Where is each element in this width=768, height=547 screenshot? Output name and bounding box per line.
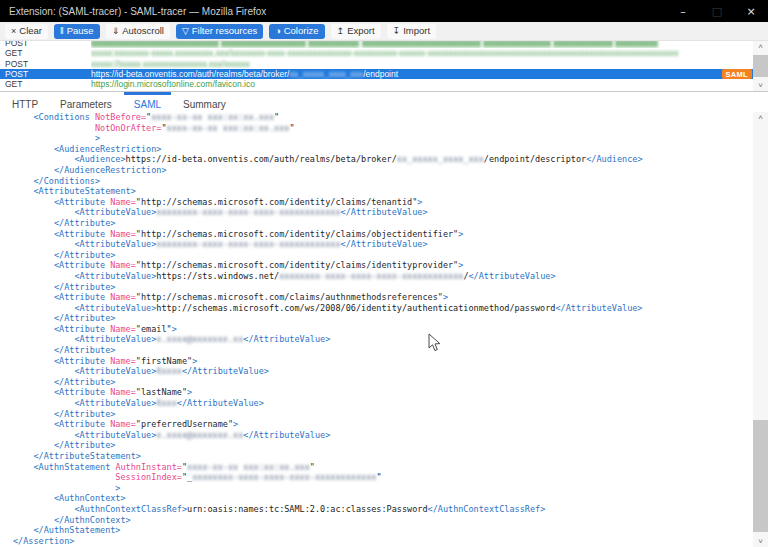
- xml-line: <Attribute Name="http://schemas.microsof…: [13, 197, 753, 208]
- tab-http[interactable]: HTTP: [2, 92, 48, 112]
- request-row[interactable]: POSTxxxxxxxxxxxxxxxxxxxxxxxxxxxxxx xxxxx…: [0, 41, 753, 48]
- autoscroll-button[interactable]: ⇓Autoscroll: [106, 24, 170, 39]
- request-url: xxxxx://xxxxx.xxxxxxxxxxxxxxx.xxx/xxxxxx: [91, 59, 753, 69]
- import-button[interactable]: ↧Import: [387, 24, 436, 39]
- xml-line: <AuthnContext>: [13, 493, 753, 504]
- xml-line: <AttributeValue>x.xxxx@xxxxxxx.xx</Attri…: [13, 430, 753, 441]
- xml-line: <AttributeValue>Xxxxx</AttributeValue>: [13, 366, 753, 377]
- clear-icon: ×: [11, 27, 16, 36]
- request-method: POST: [0, 69, 91, 79]
- xml-line: <Attribute Name="http://schemas.microsof…: [13, 260, 753, 271]
- export-button[interactable]: ↥Export: [331, 24, 381, 39]
- filter-resources-button[interactable]: ▽Filter resources: [176, 24, 263, 39]
- xml-line: </Attribute>: [13, 440, 753, 451]
- request-list-scrollbar[interactable]: ˄ ˅: [753, 41, 768, 91]
- pause-button[interactable]: ‖Pause: [54, 24, 100, 39]
- pause-icon: ‖: [60, 27, 64, 36]
- xml-line: <Attribute Name="firstName">: [13, 356, 753, 367]
- xml-line: NotOnOrAfter="xxxx-xx-xx xxx:xx:xx.xxx": [13, 123, 753, 134]
- request-url: https://id-beta.onventis.com/auth/realms…: [91, 69, 753, 79]
- xml-line: <AttributeValue>Xxxx</AttributeValue>: [13, 398, 753, 409]
- xml-line: </Attribute>: [13, 218, 753, 229]
- xml-line: </AudienceRestriction>: [13, 165, 753, 176]
- chevron-up-icon: ˄: [758, 113, 763, 122]
- tab-parameters[interactable]: Parameters: [50, 92, 122, 112]
- xml-line: <AuthnStatement AuthnInstant="xxxx-xx-xx…: [13, 462, 753, 473]
- xml-line: <AttributeValue>http://schemas.microsoft…: [13, 303, 753, 314]
- filter-funnel-icon: ▽: [182, 27, 189, 36]
- xml-line: <Attribute Name="preferredUsername">: [13, 419, 753, 430]
- xml-line: <AudienceRestriction>: [13, 144, 753, 155]
- xml-line: <Attribute Name="http://schemas.microsof…: [13, 229, 753, 240]
- xml-line: </Attribute>: [13, 377, 753, 388]
- clear-button[interactable]: ×Clear: [5, 24, 48, 39]
- xml-line: </Assertion>: [13, 536, 753, 547]
- chevron-up-icon: ˄: [758, 42, 763, 51]
- request-row[interactable]: POSTxxxxx://xxxxx.xxxxxxxxxxxxxxx.xxx/xx…: [0, 59, 753, 69]
- xml-line: SessionIndex="_xxxxxxxx-xxxx-xxxx-xxxx-x…: [13, 472, 753, 483]
- xml-line: <AttributeValue>x.xxxx@xxxxxxx.xx</Attri…: [13, 334, 753, 345]
- request-method: GET: [0, 48, 91, 58]
- chevron-down-icon: ˅: [758, 81, 763, 90]
- tab-summary[interactable]: Summary: [173, 92, 236, 112]
- xml-line: </Attribute>: [13, 250, 753, 261]
- chevron-down-icon: ˅: [758, 537, 763, 546]
- maximize-button[interactable]: □: [700, 0, 734, 22]
- export-button-label: Export: [347, 26, 374, 36]
- minimize-button[interactable]: –: [666, 0, 700, 22]
- request-url: https://login.microsoftonline.com/favico…: [91, 79, 753, 89]
- scrollbar-thumb[interactable]: [753, 55, 768, 77]
- xml-line: </AuthnStatement>: [13, 525, 753, 536]
- saml-badge: SAML: [722, 69, 752, 79]
- xml-line: <Conditions NotBefore="xxxx-xx-xx xxx:xx…: [13, 112, 753, 123]
- detail-tabs: HTTPParametersSAMLSummary: [0, 92, 768, 112]
- xml-line: >: [13, 133, 753, 144]
- xml-line: <Attribute Name="lastName">: [13, 387, 753, 398]
- scroll-down-button[interactable]: ˅: [753, 80, 768, 91]
- window-title: Extension: (SAML-tracer) - SAML-tracer —…: [0, 6, 666, 17]
- clear-button-label: Clear: [19, 26, 42, 36]
- xml-line: <AuthnContextClassRef>urn:oasis:names:tc…: [13, 504, 753, 515]
- request-row[interactable]: POSThttps://id-beta.onventis.com/auth/re…: [0, 69, 753, 79]
- request-list: POSTxxxxxxxxxxxxxxxxxxxxxxxxxxxxxx xxxxx…: [0, 41, 768, 92]
- request-row[interactable]: GETxxxxx:xxxxxxxx-xxxxx.xxxxxxxxx.xxx/xx…: [0, 48, 753, 58]
- xml-line: </AttributeStatement>: [13, 451, 753, 462]
- request-url: xxxxxxxxxxxxxxxxxxxxxxxxxxxxxx xxxxxxxxx…: [91, 41, 753, 48]
- xml-line: <Attribute Name="http://schemas.microsof…: [13, 292, 753, 303]
- window-titlebar: Extension: (SAML-tracer) - SAML-tracer —…: [0, 0, 768, 22]
- import-down-icon: ↧: [393, 27, 401, 36]
- request-method: POST: [0, 41, 91, 48]
- request-method: POST: [0, 59, 91, 69]
- colorize-button[interactable]: ◑Colorize: [269, 24, 324, 39]
- saml-xml-view: <Conditions NotBefore="xxxx-xx-xx xxx:xx…: [0, 112, 753, 547]
- export-up-icon: ↥: [337, 27, 345, 36]
- colorize-icon: ◑: [275, 27, 280, 36]
- xml-line: </Conditions>: [13, 176, 753, 187]
- xml-line: <AttributeValue>xxxxxxxx-xxxx-xxxx-xxxx-…: [13, 239, 753, 250]
- autoscroll-button-label: Autoscroll: [122, 26, 164, 36]
- xml-line: <Audience>https://id-beta.onventis.com/a…: [13, 154, 753, 165]
- request-row[interactable]: GEThttps://login.microsoftonline.com/fav…: [0, 79, 753, 89]
- import-button-label: Import: [403, 26, 430, 36]
- toolbar: ×Clear‖Pause⇓Autoscroll▽Filter resources…: [0, 22, 768, 41]
- request-url: xxxxx:xxxxxxxx-xxxxx.xxxxxxxxx.xxx/xxxxx…: [91, 48, 753, 58]
- window-controls: –□×: [666, 0, 768, 22]
- request-rows: POSTxxxxxxxxxxxxxxxxxxxxxxxxxxxxxx xxxxx…: [0, 41, 753, 89]
- xml-line: <AttributeStatement>: [13, 186, 753, 197]
- xml-scrollbar[interactable]: ˄ ˅: [753, 112, 768, 547]
- request-method: GET: [0, 79, 91, 89]
- pause-button-label: Pause: [67, 26, 94, 36]
- scroll-up-button[interactable]: ˄: [753, 41, 768, 52]
- scrollbar-thumb[interactable]: [753, 420, 768, 532]
- scroll-up-button[interactable]: ˄: [753, 112, 768, 123]
- colorize-button-label: Colorize: [284, 26, 319, 36]
- xml-line: </Attribute>: [13, 409, 753, 420]
- autoscroll-down-icon: ⇓: [112, 27, 120, 36]
- filter-resources-button-label: Filter resources: [192, 26, 257, 36]
- close-button[interactable]: ×: [734, 0, 768, 22]
- xml-line: <AttributeValue>xxxxxxxx-xxxx-xxxx-xxxx-…: [13, 207, 753, 218]
- xml-line: </Attribute>: [13, 345, 753, 356]
- xml-line: </AuthnContext>: [13, 515, 753, 526]
- tab-saml[interactable]: SAML: [124, 92, 171, 112]
- scroll-down-button[interactable]: ˅: [753, 536, 768, 547]
